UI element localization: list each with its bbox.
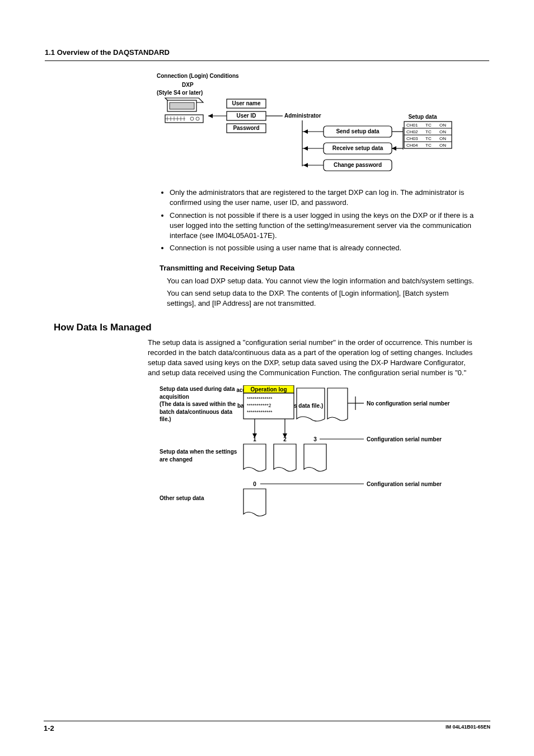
- admin-label: Administrator: [284, 113, 321, 119]
- bullet-3: Connection is not possible using a user …: [170, 243, 489, 253]
- trx-p1: You can load DXP setup data. You cannot …: [167, 276, 478, 286]
- bullet-1: Only the administrators that are registe…: [170, 188, 489, 208]
- svg-text:0: 0: [253, 481, 256, 487]
- action-changepw: Change password: [334, 162, 382, 168]
- action-send: Send setup data: [336, 128, 380, 134]
- header-title: 1.1 Overview of the DAQSTANDARD: [45, 48, 170, 57]
- figure-connection-conditions: Connection (Login) Conditions DXP (Style…: [157, 71, 489, 183]
- svg-marker-13: [208, 114, 213, 118]
- fig1-device-label1: DXP: [182, 82, 194, 88]
- device-icon: [165, 98, 203, 123]
- svg-text:ON: ON: [439, 136, 446, 141]
- document-page: 1.1 Overview of the DAQSTANDARD Connecti…: [0, 0, 534, 756]
- figure-how-data-managed: Setup data used during data acquisition …: [160, 385, 489, 531]
- oplog-label: Operation log: [251, 386, 287, 393]
- svg-text:ON: ON: [439, 123, 446, 128]
- svg-text:CH01: CH01: [406, 123, 418, 128]
- fig1-device-label2: (Style S4 or later): [157, 90, 203, 96]
- svg-marker-20: [303, 129, 308, 134]
- svg-text:3: 3: [313, 436, 317, 442]
- svg-text:TC: TC: [425, 143, 432, 148]
- svg-marker-22: [303, 146, 308, 151]
- trx-title: Transmitting and Receiving Setup Data: [160, 263, 489, 273]
- fig1-title: Connection (Login) Conditions: [157, 73, 239, 79]
- page-number: 1-2: [44, 724, 54, 734]
- svg-text:CH04: CH04: [406, 143, 418, 148]
- svg-marker-24: [303, 163, 308, 167]
- trx-p2: You can send setup data to the DXP. The …: [167, 288, 478, 309]
- how-data-managed-text: The setup data is assigned a "configurat…: [148, 338, 478, 379]
- svg-text:ON: ON: [439, 143, 446, 148]
- svg-text:*************: *************: [247, 409, 273, 415]
- svg-text:CH02: CH02: [406, 129, 418, 134]
- action-receive: Receive setup data: [332, 145, 383, 151]
- fig2-r2: Configuration serial number: [367, 436, 442, 442]
- svg-text:TC: TC: [425, 123, 432, 128]
- setup-data-header: Setup data: [408, 114, 437, 120]
- page-footer: 1-2 IM 04L41B01-65EN: [44, 721, 490, 734]
- svg-text:TC: TC: [425, 136, 432, 141]
- svg-text:CH03: CH03: [406, 136, 418, 141]
- running-header: 1.1 Overview of the DAQSTANDARD: [45, 48, 489, 61]
- svg-marker-31: [392, 146, 396, 151]
- svg-rect-1: [170, 102, 194, 109]
- svg-text:*************: *************: [247, 396, 273, 402]
- cred-username: User name: [232, 100, 261, 106]
- svg-text:ON: ON: [439, 129, 446, 134]
- how-data-managed-title: How Data Is Managed: [54, 321, 489, 334]
- fig2-r3: Configuration serial number: [367, 481, 442, 487]
- svg-text:2: 2: [283, 436, 287, 442]
- cred-password: Password: [233, 125, 259, 131]
- svg-text:TC: TC: [425, 129, 432, 134]
- cred-userid: User ID: [236, 113, 256, 119]
- bullet-list: Only the administrators that are registe…: [160, 188, 489, 253]
- svg-text:***********2: ***********2: [247, 403, 271, 408]
- document-id: IM 04L41B01-65EN: [446, 724, 490, 734]
- bullet-2: Connection is not possible if there is a…: [170, 211, 489, 241]
- svg-text:1: 1: [253, 436, 256, 442]
- fig2-r1: No configuration serial number: [367, 400, 449, 407]
